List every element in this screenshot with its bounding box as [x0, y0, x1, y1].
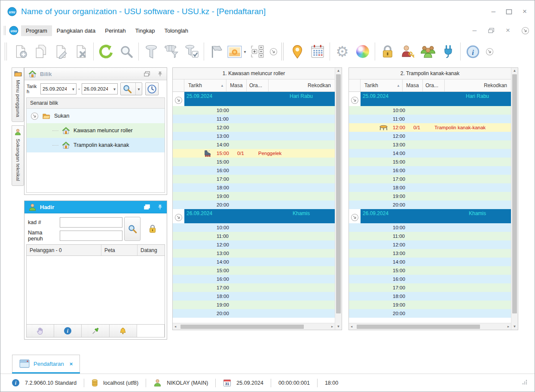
time-slot-row[interactable]: 19:00: [349, 301, 511, 309]
settings-gear-button[interactable]: ⚙: [332, 41, 352, 62]
scroll-right-arrow[interactable]: ▸: [507, 323, 509, 330]
hand-button[interactable]: [27, 325, 54, 337]
scroll-right-arrow[interactable]: ▸: [331, 323, 333, 330]
chevron-circle-icon[interactable]: [351, 211, 359, 223]
menu-item-perintah[interactable]: Perintah: [100, 25, 130, 36]
scrollbar-thumb[interactable]: [336, 74, 341, 313]
scroll-up-arrow[interactable]: ▲: [511, 68, 518, 74]
tab-pendaftaran[interactable]: Pendaftaran ×: [12, 355, 80, 372]
time-slot-row[interactable]: 20:00: [173, 201, 335, 209]
lock-icon[interactable]: [144, 224, 161, 234]
toolbar-grip[interactable]: [281, 43, 284, 61]
info-button[interactable]: i: [463, 41, 483, 62]
time-slot-row[interactable]: 12:00: [173, 123, 335, 132]
column-header-peta[interactable]: Peta: [101, 245, 138, 255]
menu-item-program[interactable]: Program: [21, 25, 52, 36]
user-key-button[interactable]: [397, 41, 418, 62]
time-slot-row[interactable]: 13:00: [349, 249, 511, 258]
booking-row[interactable]: 15:000/1Penggelek: [173, 149, 335, 158]
date-group-row[interactable]: 26.09.2024Khamis: [173, 209, 335, 223]
menu-item-tolonglah[interactable]: Tolonglah: [159, 25, 193, 36]
scrollbar-thumb[interactable]: [180, 325, 304, 329]
column-header-pelanggan[interactable]: Pelanggan - 0: [27, 245, 101, 255]
filter-apply-button[interactable]: [181, 41, 202, 62]
time-slot-row[interactable]: 15:00: [349, 266, 511, 275]
scrollbar-thumb[interactable]: [357, 325, 480, 329]
tree-node-kawasan-meluncur-roller[interactable]: Kawasan meluncur roller: [27, 123, 165, 138]
panel-pin-icon[interactable]: [157, 71, 163, 77]
column-header-orang[interactable]: Ora...: [247, 79, 269, 91]
panel-pin-icon[interactable]: [157, 204, 163, 210]
column-header-tarikh[interactable]: Tarikh▲: [184, 79, 226, 91]
flag-button[interactable]: [206, 41, 226, 62]
chevron-circle-icon[interactable]: [351, 94, 359, 106]
search-button[interactable]: [124, 217, 141, 241]
edit-document-button[interactable]: [51, 41, 71, 62]
time-slot-row[interactable]: 20:00: [349, 201, 511, 209]
maximize-button[interactable]: [506, 9, 512, 15]
time-slot-row[interactable]: 19:00: [173, 192, 335, 201]
footer-input-box[interactable]: [137, 325, 165, 337]
date-group-row[interactable]: 26.09.2024Khamis: [349, 209, 511, 223]
horizontal-scrollbar[interactable]: ◂▸: [349, 323, 511, 330]
time-slot-row[interactable]: 13:00: [349, 140, 511, 149]
mdi-minimize-button[interactable]: –: [473, 26, 477, 35]
tree-node-sukan[interactable]: Sukan: [27, 109, 165, 123]
vertical-scrollbar[interactable]: ▲▼: [335, 68, 342, 330]
user-groups-button[interactable]: [418, 41, 438, 62]
collapse-arrow-icon[interactable]: [31, 112, 39, 120]
time-slot-row[interactable]: 14:00: [173, 258, 335, 266]
time-slot-row[interactable]: 13:00: [173, 249, 335, 258]
refresh-button[interactable]: [96, 41, 116, 62]
chevron-down-icon[interactable]: ▾: [244, 49, 246, 54]
column-header-rekodkan[interactable]: Rekodkan: [445, 79, 511, 91]
hadir-table-body[interactable]: [27, 256, 165, 324]
time-slot-row[interactable]: 11:00: [349, 232, 511, 240]
toolbar-grip[interactable]: [5, 43, 7, 61]
map-pin-button[interactable]: [287, 41, 307, 62]
time-slot-row[interactable]: 11:00: [173, 115, 335, 123]
info-round-button[interactable]: i: [54, 325, 82, 337]
mdi-restore-button[interactable]: [488, 27, 495, 33]
counters-button[interactable]: [247, 41, 267, 62]
time-slot-row[interactable]: 16:00: [173, 166, 335, 175]
time-slot-row[interactable]: 20:00: [349, 309, 511, 318]
time-slot-row[interactable]: 14:00: [173, 140, 335, 149]
search-split-button[interactable]: ▾: [120, 82, 142, 95]
time-slot-row[interactable]: 12:00: [349, 132, 511, 140]
horizontal-scrollbar[interactable]: ◂▸: [173, 323, 335, 330]
minimize-button[interactable]: –: [492, 7, 495, 16]
time-slot-row[interactable]: 17:00: [349, 175, 511, 183]
resize-grip-icon[interactable]: [522, 379, 528, 386]
time-slot-row[interactable]: 10:00: [349, 223, 511, 232]
scroll-left-arrow[interactable]: ◂: [351, 323, 352, 330]
time-slot-row[interactable]: 13:00: [173, 132, 335, 140]
filter-button[interactable]: [141, 41, 161, 62]
time-slot-row[interactable]: 12:00: [349, 240, 511, 249]
search-button[interactable]: [116, 41, 136, 62]
bell-button[interactable]: [110, 325, 137, 337]
tab-close-icon[interactable]: ×: [70, 361, 73, 367]
time-slot-row[interactable]: 19:00: [173, 301, 335, 309]
time-slot-row[interactable]: 16:00: [173, 275, 335, 283]
column-header-masa[interactable]: Masa: [226, 79, 247, 91]
column-header-datang[interactable]: Datang: [138, 245, 165, 255]
close-button[interactable]: ×: [523, 7, 527, 16]
time-slot-row[interactable]: 16:00: [349, 166, 511, 175]
time-slot-row[interactable]: 18:00: [173, 183, 335, 192]
panel-restore-icon[interactable]: [144, 71, 150, 77]
chevron-circle-button[interactable]: [267, 41, 280, 62]
time-slot-row[interactable]: 10:00: [173, 223, 335, 232]
menu-overflow-button[interactable]: [521, 27, 529, 35]
time-slot-row[interactable]: 17:00: [173, 283, 335, 292]
color-sphere-button[interactable]: [352, 41, 373, 62]
time-slot-row[interactable]: 15:00: [173, 266, 335, 275]
chevron-circle-icon[interactable]: [174, 211, 183, 223]
time-slot-row[interactable]: 14:00: [349, 149, 511, 158]
chevron-down-icon[interactable]: ▾: [135, 83, 142, 95]
column-header-orang[interactable]: Ora...: [423, 79, 445, 91]
card-number-input[interactable]: [60, 217, 122, 228]
date-to-dropdown[interactable]: 26.09.2024 ▾: [82, 83, 118, 94]
new-document-button[interactable]: [10, 41, 31, 62]
toolbar-grip[interactable]: [4, 26, 6, 35]
